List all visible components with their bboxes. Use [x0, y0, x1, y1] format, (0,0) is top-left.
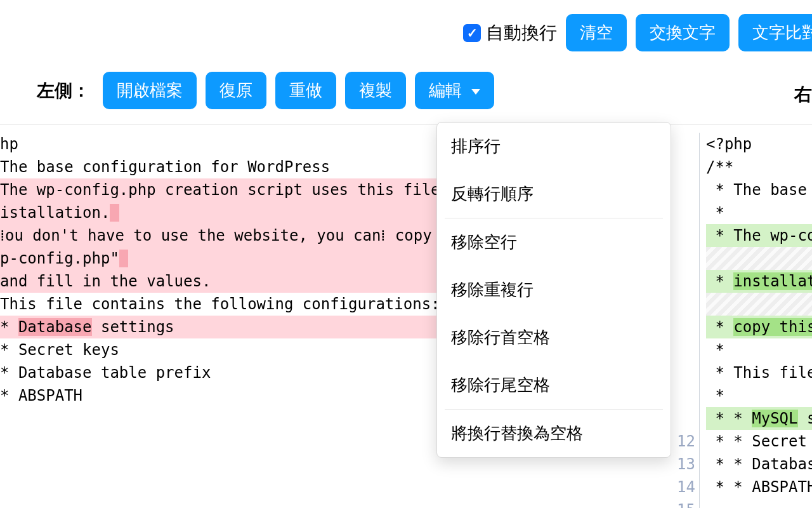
- swap-button[interactable]: 交換文字: [636, 14, 730, 51]
- diff-line: The wp-config.php creation script uses t…: [0, 178, 438, 201]
- diff-line: * copy this: [706, 316, 812, 338]
- compare-button[interactable]: 文字比對: [738, 14, 812, 51]
- right-diff-pane[interactable]: <?php/** * The base c * * The wp-con * i…: [699, 133, 812, 508]
- diff-line: /**: [706, 156, 812, 178]
- open-file-button[interactable]: 開啟檔案: [103, 72, 197, 109]
- diff-line: * Secret keys: [0, 338, 438, 361]
- diff-line: * ABSPATH: [0, 384, 438, 407]
- line-number: [674, 247, 695, 270]
- menu-join-lines[interactable]: 將換行替換為空格: [437, 410, 671, 457]
- line-number: [674, 133, 695, 156]
- edit-dropdown-button[interactable]: 編輯: [415, 72, 494, 109]
- chevron-down-icon: [471, 89, 480, 95]
- line-number: 14: [674, 476, 695, 498]
- menu-trim-leading[interactable]: 移除行首空格: [437, 314, 671, 361]
- clear-button[interactable]: 清空: [566, 14, 627, 51]
- right-diff-block: ++++ 12131415 <?php/** * The base c * * …: [660, 125, 812, 508]
- diff-line: *: [706, 201, 812, 224]
- diff-line: *: [706, 338, 812, 361]
- redo-button[interactable]: 重做: [275, 72, 336, 109]
- diff-line: p-config.php": [0, 247, 438, 270]
- diff-line: * * ABSPATH: [706, 476, 812, 498]
- diff-line: * This file: [706, 361, 812, 384]
- diff-line: [706, 293, 812, 316]
- line-number: 15: [674, 498, 695, 508]
- diff-line: * * Database: [706, 453, 812, 476]
- top-toolbar: ✓ 自動換行 清空 交換文字 文字比對: [0, 0, 812, 60]
- edit-dropdown-menu: 排序行 反轉行順序 移除空行 移除重複行 移除行首空格 移除行尾空格 將換行替換…: [436, 122, 671, 458]
- diff-line: [706, 498, 812, 508]
- autowrap-label: 自動換行: [486, 21, 557, 45]
- undo-button[interactable]: 復原: [206, 72, 266, 109]
- line-number: [674, 293, 695, 316]
- diff-line: <?php: [706, 133, 812, 156]
- diff-line: * * Secret k: [706, 430, 812, 453]
- line-number: [674, 178, 695, 201]
- diff-line: * The wp-con: [706, 224, 812, 247]
- line-number: [674, 156, 695, 178]
- line-number: [674, 270, 695, 293]
- diff-line: * Database table prefix: [0, 361, 438, 384]
- copy-button[interactable]: 複製: [345, 72, 406, 109]
- diff-line: * Database settings: [0, 316, 438, 338]
- check-icon: ✓: [463, 24, 481, 42]
- diff-line: This file contains the following configu…: [0, 293, 438, 316]
- right-side-label: 右: [794, 83, 812, 107]
- menu-reverse-lines[interactable]: 反轉行順序: [437, 170, 671, 218]
- left-toolbar: 左側： 開啟檔案 復原 重做 複製 編輯: [0, 60, 812, 125]
- menu-trim-trailing[interactable]: 移除行尾空格: [437, 361, 671, 409]
- line-number: [674, 201, 695, 224]
- diff-line: and fill in the values.: [0, 270, 438, 293]
- diff-line: * The base c: [706, 178, 812, 201]
- line-number-gutter: 12131415: [674, 133, 699, 508]
- diff-line: *: [706, 384, 812, 407]
- autowrap-toggle[interactable]: ✓ 自動換行: [463, 21, 557, 45]
- diff-line: hp: [0, 133, 438, 156]
- left-diff-pane[interactable]: hpThe base configuration for WordPressTh…: [0, 125, 438, 508]
- change-mark: [660, 476, 674, 498]
- diff-content: hpThe base configuration for WordPressTh…: [0, 125, 812, 508]
- diff-line: The base configuration for WordPress: [0, 156, 438, 178]
- line-number: [674, 316, 695, 338]
- line-number: [674, 224, 695, 247]
- menu-sort-lines[interactable]: 排序行: [437, 123, 671, 170]
- line-number: [674, 338, 695, 361]
- change-mark: [660, 498, 674, 508]
- line-number: 12: [674, 430, 695, 453]
- line-number: [674, 384, 695, 407]
- menu-remove-dup[interactable]: 移除重複行: [437, 266, 671, 314]
- line-number: 13: [674, 453, 695, 476]
- diff-line: [706, 247, 812, 270]
- diff-line: * installati: [706, 270, 812, 293]
- menu-remove-blank[interactable]: 移除空行: [437, 218, 671, 266]
- diff-line: ⁞ou don't have to use the website, you c…: [0, 224, 438, 247]
- left-side-label: 左側：: [37, 79, 90, 103]
- line-number: [674, 361, 695, 384]
- diff-line: * * MySQL se: [706, 407, 812, 430]
- diff-line: istallation.: [0, 201, 438, 224]
- line-number: [674, 407, 695, 430]
- edit-label: 編輯: [429, 81, 462, 100]
